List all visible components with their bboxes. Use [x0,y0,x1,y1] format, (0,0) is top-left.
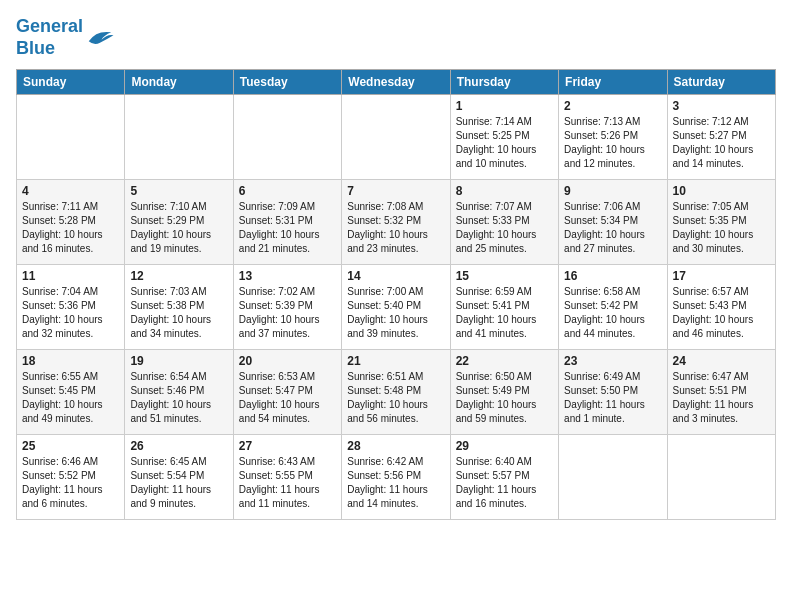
calendar-cell: 24Sunrise: 6:47 AMSunset: 5:51 PMDayligh… [667,350,775,435]
column-header-friday: Friday [559,70,667,95]
day-number: 19 [130,354,227,368]
week-row-5: 25Sunrise: 6:46 AMSunset: 5:52 PMDayligh… [17,435,776,520]
day-number: 18 [22,354,119,368]
calendar-cell [125,95,233,180]
day-number: 24 [673,354,770,368]
day-number: 22 [456,354,553,368]
day-number: 16 [564,269,661,283]
day-number: 7 [347,184,444,198]
column-header-tuesday: Tuesday [233,70,341,95]
day-info: Sunrise: 6:58 AMSunset: 5:42 PMDaylight:… [564,285,661,341]
calendar-cell: 6Sunrise: 7:09 AMSunset: 5:31 PMDaylight… [233,180,341,265]
calendar-cell: 7Sunrise: 7:08 AMSunset: 5:32 PMDaylight… [342,180,450,265]
day-number: 2 [564,99,661,113]
day-info: Sunrise: 6:59 AMSunset: 5:41 PMDaylight:… [456,285,553,341]
day-info: Sunrise: 6:51 AMSunset: 5:48 PMDaylight:… [347,370,444,426]
day-info: Sunrise: 6:46 AMSunset: 5:52 PMDaylight:… [22,455,119,511]
day-info: Sunrise: 7:03 AMSunset: 5:38 PMDaylight:… [130,285,227,341]
calendar-header-row: SundayMondayTuesdayWednesdayThursdayFrid… [17,70,776,95]
calendar-cell: 4Sunrise: 7:11 AMSunset: 5:28 PMDaylight… [17,180,125,265]
day-number: 13 [239,269,336,283]
calendar-cell: 19Sunrise: 6:54 AMSunset: 5:46 PMDayligh… [125,350,233,435]
logo: GeneralBlue [16,16,115,59]
day-info: Sunrise: 7:04 AMSunset: 5:36 PMDaylight:… [22,285,119,341]
calendar-cell: 23Sunrise: 6:49 AMSunset: 5:50 PMDayligh… [559,350,667,435]
calendar-cell: 17Sunrise: 6:57 AMSunset: 5:43 PMDayligh… [667,265,775,350]
day-number: 17 [673,269,770,283]
day-number: 9 [564,184,661,198]
day-info: Sunrise: 7:08 AMSunset: 5:32 PMDaylight:… [347,200,444,256]
day-info: Sunrise: 7:07 AMSunset: 5:33 PMDaylight:… [456,200,553,256]
week-row-1: 1Sunrise: 7:14 AMSunset: 5:25 PMDaylight… [17,95,776,180]
day-info: Sunrise: 6:43 AMSunset: 5:55 PMDaylight:… [239,455,336,511]
column-header-thursday: Thursday [450,70,558,95]
calendar-cell: 2Sunrise: 7:13 AMSunset: 5:26 PMDaylight… [559,95,667,180]
day-number: 26 [130,439,227,453]
calendar-cell [17,95,125,180]
day-number: 6 [239,184,336,198]
calendar-cell: 11Sunrise: 7:04 AMSunset: 5:36 PMDayligh… [17,265,125,350]
calendar-cell [667,435,775,520]
day-number: 5 [130,184,227,198]
day-number: 12 [130,269,227,283]
day-number: 1 [456,99,553,113]
day-number: 21 [347,354,444,368]
day-number: 11 [22,269,119,283]
calendar-cell: 21Sunrise: 6:51 AMSunset: 5:48 PMDayligh… [342,350,450,435]
day-info: Sunrise: 7:14 AMSunset: 5:25 PMDaylight:… [456,115,553,171]
day-number: 29 [456,439,553,453]
day-info: Sunrise: 7:11 AMSunset: 5:28 PMDaylight:… [22,200,119,256]
day-number: 27 [239,439,336,453]
calendar-cell: 25Sunrise: 6:46 AMSunset: 5:52 PMDayligh… [17,435,125,520]
day-number: 15 [456,269,553,283]
day-info: Sunrise: 6:54 AMSunset: 5:46 PMDaylight:… [130,370,227,426]
day-number: 3 [673,99,770,113]
day-number: 14 [347,269,444,283]
calendar-cell: 1Sunrise: 7:14 AMSunset: 5:25 PMDaylight… [450,95,558,180]
day-info: Sunrise: 7:09 AMSunset: 5:31 PMDaylight:… [239,200,336,256]
day-info: Sunrise: 7:05 AMSunset: 5:35 PMDaylight:… [673,200,770,256]
day-number: 25 [22,439,119,453]
column-header-wednesday: Wednesday [342,70,450,95]
calendar-cell: 15Sunrise: 6:59 AMSunset: 5:41 PMDayligh… [450,265,558,350]
day-info: Sunrise: 7:06 AMSunset: 5:34 PMDaylight:… [564,200,661,256]
logo-text: GeneralBlue [16,16,83,59]
calendar-cell: 8Sunrise: 7:07 AMSunset: 5:33 PMDaylight… [450,180,558,265]
calendar-cell: 9Sunrise: 7:06 AMSunset: 5:34 PMDaylight… [559,180,667,265]
calendar-cell: 27Sunrise: 6:43 AMSunset: 5:55 PMDayligh… [233,435,341,520]
day-info: Sunrise: 6:42 AMSunset: 5:56 PMDaylight:… [347,455,444,511]
logo-bird-icon [85,25,115,50]
day-info: Sunrise: 6:53 AMSunset: 5:47 PMDaylight:… [239,370,336,426]
calendar-cell: 12Sunrise: 7:03 AMSunset: 5:38 PMDayligh… [125,265,233,350]
page-header: GeneralBlue [16,16,776,59]
day-info: Sunrise: 7:10 AMSunset: 5:29 PMDaylight:… [130,200,227,256]
column-header-monday: Monday [125,70,233,95]
day-number: 4 [22,184,119,198]
calendar-cell: 28Sunrise: 6:42 AMSunset: 5:56 PMDayligh… [342,435,450,520]
day-info: Sunrise: 6:55 AMSunset: 5:45 PMDaylight:… [22,370,119,426]
day-number: 28 [347,439,444,453]
calendar-cell: 3Sunrise: 7:12 AMSunset: 5:27 PMDaylight… [667,95,775,180]
day-number: 10 [673,184,770,198]
calendar-cell: 5Sunrise: 7:10 AMSunset: 5:29 PMDaylight… [125,180,233,265]
week-row-4: 18Sunrise: 6:55 AMSunset: 5:45 PMDayligh… [17,350,776,435]
calendar-cell [559,435,667,520]
calendar-cell: 14Sunrise: 7:00 AMSunset: 5:40 PMDayligh… [342,265,450,350]
day-number: 8 [456,184,553,198]
calendar-table: SundayMondayTuesdayWednesdayThursdayFrid… [16,69,776,520]
week-row-2: 4Sunrise: 7:11 AMSunset: 5:28 PMDaylight… [17,180,776,265]
day-info: Sunrise: 6:57 AMSunset: 5:43 PMDaylight:… [673,285,770,341]
calendar-cell: 18Sunrise: 6:55 AMSunset: 5:45 PMDayligh… [17,350,125,435]
day-info: Sunrise: 6:47 AMSunset: 5:51 PMDaylight:… [673,370,770,426]
calendar-cell: 16Sunrise: 6:58 AMSunset: 5:42 PMDayligh… [559,265,667,350]
day-info: Sunrise: 7:13 AMSunset: 5:26 PMDaylight:… [564,115,661,171]
calendar-cell: 29Sunrise: 6:40 AMSunset: 5:57 PMDayligh… [450,435,558,520]
day-number: 20 [239,354,336,368]
calendar-cell: 13Sunrise: 7:02 AMSunset: 5:39 PMDayligh… [233,265,341,350]
week-row-3: 11Sunrise: 7:04 AMSunset: 5:36 PMDayligh… [17,265,776,350]
day-info: Sunrise: 7:02 AMSunset: 5:39 PMDaylight:… [239,285,336,341]
day-info: Sunrise: 6:49 AMSunset: 5:50 PMDaylight:… [564,370,661,426]
calendar-cell [233,95,341,180]
calendar-cell: 10Sunrise: 7:05 AMSunset: 5:35 PMDayligh… [667,180,775,265]
column-header-sunday: Sunday [17,70,125,95]
